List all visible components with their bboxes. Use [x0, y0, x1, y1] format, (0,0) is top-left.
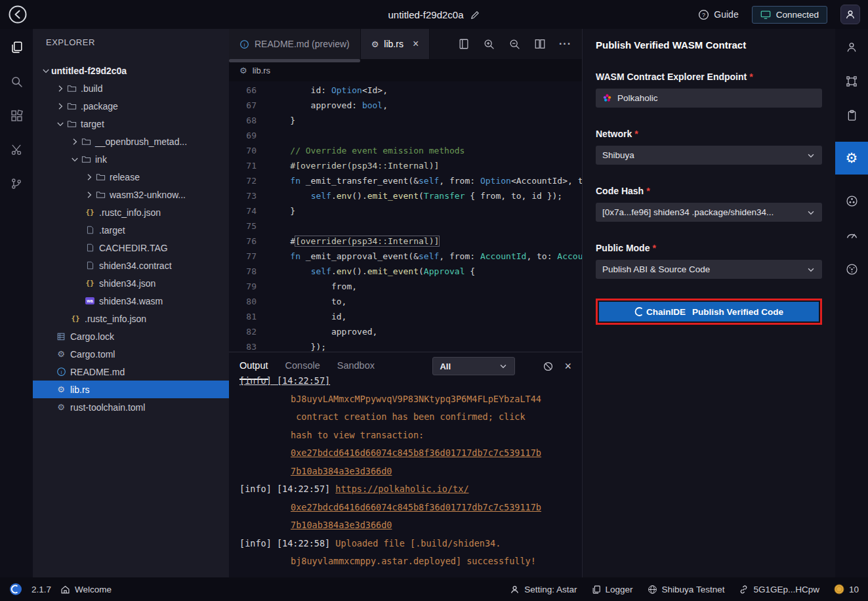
- files-icon[interactable]: [9, 39, 24, 55]
- setting-status[interactable]: Setting: Astar: [510, 585, 577, 594]
- endpoint-field[interactable]: Polkaholic: [596, 89, 822, 108]
- window-title: untitled-f29d2c0a: [388, 9, 463, 20]
- balance-status[interactable]: 10: [834, 584, 859, 594]
- tab-readme[interactable]: i README.md (preview): [229, 29, 361, 59]
- chevron-down-icon: [806, 151, 816, 160]
- tree-item[interactable]: untitled-f29d2c0a: [33, 62, 229, 79]
- wallet-address[interactable]: 5G1GEp...HCpw: [739, 585, 819, 594]
- clear-icon[interactable]: [543, 361, 554, 372]
- code-token: {: [465, 266, 475, 276]
- line-number: 81: [229, 309, 270, 324]
- link-icon: [739, 585, 749, 594]
- split-editor-icon[interactable]: [534, 38, 546, 50]
- tree-item[interactable]: .build: [33, 79, 229, 97]
- tree-item[interactable]: __openbrush_metad...: [33, 133, 229, 150]
- tree-item[interactable]: target: [33, 115, 229, 133]
- code-editor[interactable]: 66 id: Option<Id>, 67 approved: bool, 68…: [229, 81, 582, 352]
- line-number: 83: [229, 339, 270, 352]
- tree-item[interactable]: release: [33, 168, 229, 186]
- preview-icon[interactable]: [458, 38, 470, 50]
- tab-librs[interactable]: ⚙ lib.rs ×: [361, 29, 430, 59]
- tree-item[interactable]: CACHEDIR.TAG: [33, 239, 229, 257]
- avatar[interactable]: [840, 5, 860, 24]
- zoom-in-icon[interactable]: [483, 38, 495, 51]
- output-log[interactable]: [info] [14:22:57]bJ8uyvLAMmxcMPpywvqV9P8…: [229, 372, 582, 577]
- tree-item-label: untitled-f29d2c0a: [51, 66, 127, 76]
- file-icon: [84, 260, 96, 271]
- tree-item[interactable]: .package: [33, 97, 229, 115]
- close-icon[interactable]: ×: [413, 39, 419, 49]
- annotation-highlight: ChainIDE Publish Verified Code: [596, 299, 822, 325]
- network-status[interactable]: Shibuya Testnet: [648, 585, 725, 594]
- git-branch-icon[interactable]: [9, 176, 24, 192]
- network-select[interactable]: Shibuya: [596, 146, 822, 165]
- tree-item[interactable]: shiden34.contract: [33, 257, 229, 274]
- code-token: bool: [362, 100, 382, 110]
- panel-actions: ×: [543, 360, 571, 372]
- scissors-icon[interactable]: [9, 142, 24, 157]
- code-token: , from:: [439, 176, 480, 186]
- edit-title-icon[interactable]: [470, 10, 480, 20]
- log-link[interactable]: 7b10ab384a3e3d366d0: [291, 466, 392, 476]
- tree-item[interactable]: {} .rustc_info.json: [33, 203, 229, 221]
- tree-item[interactable]: i README.md: [33, 363, 229, 381]
- file-icon: [66, 83, 77, 94]
- more-actions-icon[interactable]: ···: [559, 38, 571, 50]
- settings-gear-icon[interactable]: ⚙: [835, 142, 868, 175]
- chevron-icon: [55, 119, 66, 129]
- file-icon: {}: [84, 207, 96, 218]
- connected-badge[interactable]: Connected: [752, 6, 827, 24]
- account-tools-icon[interactable]: [844, 39, 859, 55]
- tree-item[interactable]: wasm32-unknow...: [33, 186, 229, 203]
- tree-item[interactable]: Cargo.lock: [33, 327, 229, 345]
- file-icon: [55, 331, 67, 342]
- code-token: Option: [331, 85, 362, 95]
- tree-item[interactable]: wa shiden34.wasm: [33, 292, 229, 310]
- zoom-out-icon[interactable]: [508, 38, 521, 51]
- tree-item[interactable]: {} .rustc_info.json: [33, 310, 229, 327]
- required-mark: *: [749, 72, 753, 82]
- code-token: #: [270, 236, 295, 246]
- log-link[interactable]: 0xe27bdcd6416d66074c845b8f36d01717db7c7c…: [291, 447, 541, 458]
- tree-item[interactable]: ink: [33, 150, 229, 168]
- log-link[interactable]: 7b10ab384a3e3d366d0: [291, 520, 392, 530]
- line-number: 70: [229, 143, 270, 158]
- code-text: #[overrider(psp34::Internal)]: [270, 234, 582, 249]
- tree-item[interactable]: ⚙ Cargo.toml: [33, 345, 229, 363]
- tree-item[interactable]: ⚙ lib.rs: [33, 381, 229, 398]
- welcome-button[interactable]: Welcome: [60, 585, 112, 594]
- code-line: 74 }: [229, 203, 582, 218]
- guide-button[interactable]: ? Guide: [698, 9, 738, 20]
- tree-item[interactable]: {} shiden34.json: [33, 274, 229, 292]
- code-hash-value: [0x7a...fe96] shiden34 .package/shiden34…: [602, 207, 774, 217]
- code-hash-select[interactable]: [0x7a...fe96] shiden34 .package/shiden34…: [596, 203, 822, 222]
- tree-item[interactable]: ⚙ rust-toolchain.toml: [33, 398, 229, 416]
- code-text: }: [270, 203, 582, 218]
- polkadot-icon[interactable]: [844, 193, 859, 209]
- clipboard-icon[interactable]: [844, 108, 859, 123]
- chainide-c-icon: [634, 306, 645, 317]
- publish-verified-code-button[interactable]: ChainIDE Publish Verified Code: [599, 302, 819, 321]
- tree-item[interactable]: .target: [33, 221, 229, 239]
- log-link[interactable]: https://polkaholic.io/tx/: [335, 484, 468, 494]
- back-icon[interactable]: [8, 5, 28, 24]
- search-icon[interactable]: [9, 73, 24, 89]
- chevron-icon: [84, 172, 94, 182]
- code-token: self: [419, 176, 439, 186]
- template-icon[interactable]: [844, 73, 859, 89]
- code-token: [270, 266, 311, 276]
- public-mode-select[interactable]: Publish ABI & Source Code: [596, 260, 822, 279]
- close-panel-icon[interactable]: ×: [564, 360, 571, 372]
- chainide-app: untitled-f29d2c0a ? Guide Connected: [0, 0, 868, 601]
- log-line: 7b10ab384a3e3d366d0: [239, 463, 582, 481]
- file-icon: i: [55, 367, 67, 377]
- network-label: Network*: [596, 129, 822, 139]
- tab-scrollbar[interactable]: [229, 59, 360, 62]
- gauge-icon[interactable]: [844, 227, 859, 243]
- astar-icon[interactable]: [844, 261, 859, 277]
- code-token: [270, 251, 290, 261]
- extensions-icon[interactable]: [9, 108, 24, 123]
- log-link[interactable]: 0xe27bdcd6416d66074c845b8f36d01717db7c7c…: [291, 502, 541, 512]
- chainide-icon[interactable]: [9, 583, 22, 596]
- logger-status[interactable]: Logger: [592, 585, 633, 594]
